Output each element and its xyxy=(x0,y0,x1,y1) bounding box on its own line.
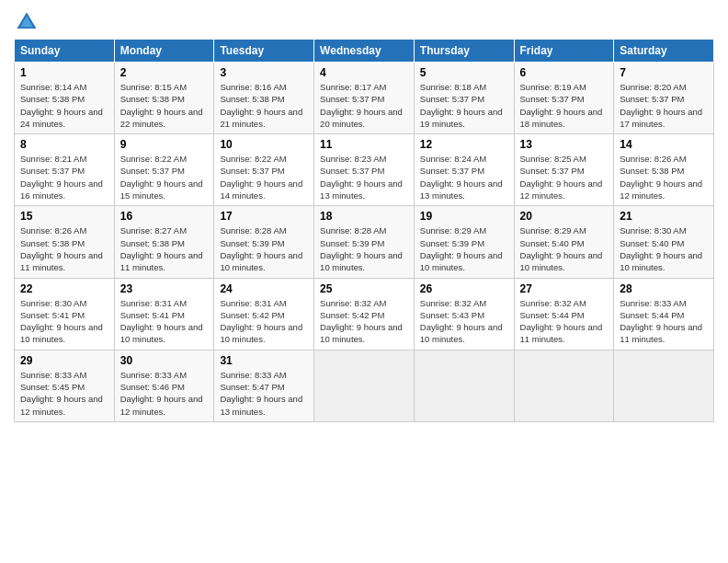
day-info: Sunrise: 8:30 AM Sunset: 5:40 PM Dayligh… xyxy=(620,224,708,273)
day-info: Sunrise: 8:15 AM Sunset: 5:38 PM Dayligh… xyxy=(120,81,209,130)
calendar-cell: 18 Sunrise: 8:28 AM Sunset: 5:39 PM Dayl… xyxy=(314,206,415,278)
calendar-cell: 11 Sunrise: 8:23 AM Sunset: 5:37 PM Dayl… xyxy=(314,134,415,206)
page-container: SundayMondayTuesdayWednesdayThursdayFrid… xyxy=(0,0,728,431)
calendar-cell: 13 Sunrise: 8:25 AM Sunset: 5:37 PM Dayl… xyxy=(514,134,614,206)
day-number: 21 xyxy=(620,210,708,223)
day-number: 17 xyxy=(220,210,308,223)
header-day-saturday: Saturday xyxy=(614,40,714,63)
header-day-wednesday: Wednesday xyxy=(314,40,415,63)
calendar-cell: 16 Sunrise: 8:27 AM Sunset: 5:38 PM Dayl… xyxy=(114,206,214,278)
day-info: Sunrise: 8:25 AM Sunset: 5:37 PM Dayligh… xyxy=(520,153,609,201)
day-info: Sunrise: 8:19 AM Sunset: 5:37 PM Dayligh… xyxy=(520,81,609,130)
calendar-week-row: 1 Sunrise: 8:14 AM Sunset: 5:38 PM Dayli… xyxy=(15,63,714,134)
calendar-cell: 4 Sunrise: 8:17 AM Sunset: 5:37 PM Dayli… xyxy=(314,63,415,134)
day-number: 8 xyxy=(20,138,108,151)
day-number: 6 xyxy=(520,66,609,79)
calendar-week-row: 22 Sunrise: 8:30 AM Sunset: 5:41 PM Dayl… xyxy=(15,278,714,350)
day-info: Sunrise: 8:28 AM Sunset: 5:39 PM Dayligh… xyxy=(320,224,408,273)
calendar-cell: 6 Sunrise: 8:19 AM Sunset: 5:37 PM Dayli… xyxy=(514,63,614,134)
day-info: Sunrise: 8:17 AM Sunset: 5:37 PM Dayligh… xyxy=(320,81,408,130)
header-day-sunday: Sunday xyxy=(15,40,115,63)
calendar-cell: 3 Sunrise: 8:16 AM Sunset: 5:38 PM Dayli… xyxy=(214,63,314,134)
day-number: 25 xyxy=(320,282,408,295)
day-info: Sunrise: 8:18 AM Sunset: 5:37 PM Dayligh… xyxy=(420,81,508,130)
day-info: Sunrise: 8:21 AM Sunset: 5:37 PM Dayligh… xyxy=(20,153,108,201)
day-number: 4 xyxy=(320,66,408,79)
logo-icon xyxy=(14,9,40,35)
calendar-cell: 26 Sunrise: 8:32 AM Sunset: 5:43 PM Dayl… xyxy=(414,278,514,350)
calendar-cell: 25 Sunrise: 8:32 AM Sunset: 5:42 PM Dayl… xyxy=(314,278,415,350)
calendar-cell xyxy=(614,350,714,421)
calendar-cell: 28 Sunrise: 8:33 AM Sunset: 5:44 PM Dayl… xyxy=(614,278,714,350)
calendar-cell xyxy=(314,350,415,421)
day-info: Sunrise: 8:30 AM Sunset: 5:41 PM Dayligh… xyxy=(20,297,108,346)
day-info: Sunrise: 8:33 AM Sunset: 5:47 PM Dayligh… xyxy=(220,369,308,418)
calendar-cell: 19 Sunrise: 8:29 AM Sunset: 5:39 PM Dayl… xyxy=(414,206,514,278)
day-info: Sunrise: 8:33 AM Sunset: 5:44 PM Dayligh… xyxy=(620,297,708,346)
day-info: Sunrise: 8:29 AM Sunset: 5:40 PM Dayligh… xyxy=(520,224,609,273)
day-number: 31 xyxy=(220,354,308,367)
calendar-cell: 31 Sunrise: 8:33 AM Sunset: 5:47 PM Dayl… xyxy=(214,350,314,421)
header xyxy=(14,9,714,35)
day-number: 3 xyxy=(220,66,308,79)
day-number: 7 xyxy=(620,66,708,79)
day-info: Sunrise: 8:33 AM Sunset: 5:46 PM Dayligh… xyxy=(120,369,209,418)
calendar-cell: 1 Sunrise: 8:14 AM Sunset: 5:38 PM Dayli… xyxy=(15,63,115,134)
day-number: 16 xyxy=(120,210,209,223)
day-info: Sunrise: 8:32 AM Sunset: 5:42 PM Dayligh… xyxy=(320,297,408,346)
day-info: Sunrise: 8:27 AM Sunset: 5:38 PM Dayligh… xyxy=(120,224,209,273)
calendar-cell: 17 Sunrise: 8:28 AM Sunset: 5:39 PM Dayl… xyxy=(214,206,314,278)
day-number: 24 xyxy=(220,282,308,295)
day-info: Sunrise: 8:20 AM Sunset: 5:37 PM Dayligh… xyxy=(620,81,708,130)
day-info: Sunrise: 8:24 AM Sunset: 5:37 PM Dayligh… xyxy=(420,153,508,201)
day-number: 28 xyxy=(620,282,708,295)
calendar-cell: 29 Sunrise: 8:33 AM Sunset: 5:45 PM Dayl… xyxy=(15,350,115,421)
calendar-cell: 27 Sunrise: 8:32 AM Sunset: 5:44 PM Dayl… xyxy=(514,278,614,350)
day-number: 1 xyxy=(20,66,108,79)
day-info: Sunrise: 8:16 AM Sunset: 5:38 PM Dayligh… xyxy=(220,81,308,130)
day-number: 13 xyxy=(520,138,609,151)
calendar-cell: 8 Sunrise: 8:21 AM Sunset: 5:37 PM Dayli… xyxy=(15,134,115,206)
day-info: Sunrise: 8:32 AM Sunset: 5:43 PM Dayligh… xyxy=(420,297,508,346)
day-number: 30 xyxy=(120,354,209,367)
day-info: Sunrise: 8:33 AM Sunset: 5:45 PM Dayligh… xyxy=(20,369,108,418)
day-info: Sunrise: 8:23 AM Sunset: 5:37 PM Dayligh… xyxy=(320,153,408,201)
day-info: Sunrise: 8:22 AM Sunset: 5:37 PM Dayligh… xyxy=(220,153,308,201)
header-day-thursday: Thursday xyxy=(414,40,514,63)
calendar-cell: 14 Sunrise: 8:26 AM Sunset: 5:38 PM Dayl… xyxy=(614,134,714,206)
calendar-cell: 2 Sunrise: 8:15 AM Sunset: 5:38 PM Dayli… xyxy=(114,63,214,134)
day-number: 26 xyxy=(420,282,508,295)
logo xyxy=(14,9,43,35)
day-info: Sunrise: 8:28 AM Sunset: 5:39 PM Dayligh… xyxy=(220,224,308,273)
day-number: 23 xyxy=(120,282,209,295)
calendar-cell: 30 Sunrise: 8:33 AM Sunset: 5:46 PM Dayl… xyxy=(114,350,214,421)
calendar-cell: 22 Sunrise: 8:30 AM Sunset: 5:41 PM Dayl… xyxy=(15,278,115,350)
header-day-tuesday: Tuesday xyxy=(214,40,314,63)
day-number: 20 xyxy=(520,210,609,223)
day-number: 19 xyxy=(420,210,508,223)
calendar-cell: 15 Sunrise: 8:26 AM Sunset: 5:38 PM Dayl… xyxy=(15,206,115,278)
header-day-monday: Monday xyxy=(114,40,214,63)
calendar-cell: 23 Sunrise: 8:31 AM Sunset: 5:41 PM Dayl… xyxy=(114,278,214,350)
day-number: 11 xyxy=(320,138,408,151)
day-number: 15 xyxy=(20,210,108,223)
day-number: 10 xyxy=(220,138,308,151)
day-number: 22 xyxy=(20,282,108,295)
calendar-cell: 10 Sunrise: 8:22 AM Sunset: 5:37 PM Dayl… xyxy=(214,134,314,206)
calendar-cell: 7 Sunrise: 8:20 AM Sunset: 5:37 PM Dayli… xyxy=(614,63,714,134)
calendar-cell xyxy=(414,350,514,421)
calendar-table: SundayMondayTuesdayWednesdayThursdayFrid… xyxy=(14,39,714,422)
day-info: Sunrise: 8:22 AM Sunset: 5:37 PM Dayligh… xyxy=(120,153,209,201)
day-number: 2 xyxy=(120,66,209,79)
day-number: 5 xyxy=(420,66,508,79)
calendar-header-row: SundayMondayTuesdayWednesdayThursdayFrid… xyxy=(15,40,714,63)
calendar-cell: 12 Sunrise: 8:24 AM Sunset: 5:37 PM Dayl… xyxy=(414,134,514,206)
day-number: 14 xyxy=(620,138,708,151)
day-number: 29 xyxy=(20,354,108,367)
calendar-week-row: 29 Sunrise: 8:33 AM Sunset: 5:45 PM Dayl… xyxy=(15,350,714,421)
day-info: Sunrise: 8:26 AM Sunset: 5:38 PM Dayligh… xyxy=(620,153,708,201)
calendar-cell xyxy=(514,350,614,421)
day-info: Sunrise: 8:29 AM Sunset: 5:39 PM Dayligh… xyxy=(420,224,508,273)
calendar-cell: 9 Sunrise: 8:22 AM Sunset: 5:37 PM Dayli… xyxy=(114,134,214,206)
header-day-friday: Friday xyxy=(514,40,614,63)
